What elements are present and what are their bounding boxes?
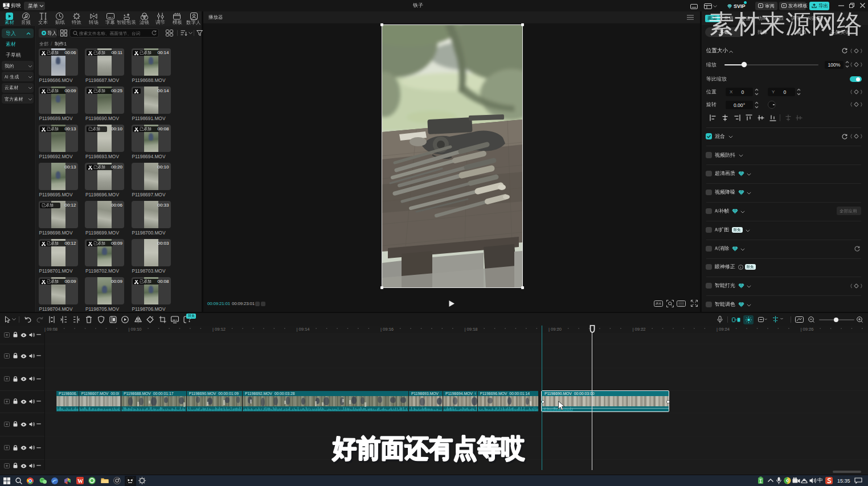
svg-text:| 09:18: | 09:18 [465,327,478,332]
svg-text:| 09:10: | 09:10 [129,327,142,332]
svg-text:| 09:12: | 09:12 [212,327,226,332]
svg-text:| 09:26: | 09:26 [801,327,814,332]
svg-text:| 09:24: | 09:24 [716,327,730,332]
svg-text:| 09:22: | 09:22 [633,327,646,332]
svg-text:| 09:14: | 09:14 [297,327,310,332]
svg-text:W: W [77,478,83,484]
svg-text:| 09:20: | 09:20 [548,327,562,332]
svg-text:| 09:08: | 09:08 [44,327,58,332]
svg-text:| 09:16: | 09:16 [380,327,394,332]
